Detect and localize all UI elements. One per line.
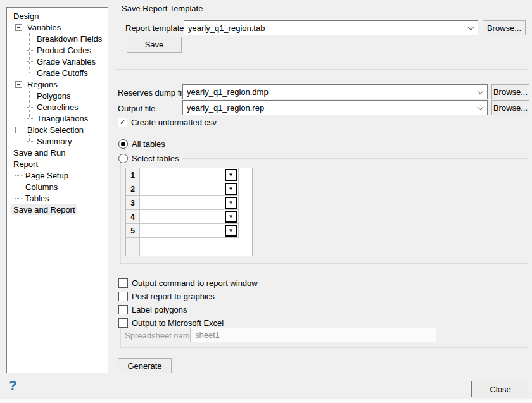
reserves-dump-file-combobox[interactable] [182,84,488,99]
row-header-filler [126,238,140,256]
radio-label: All tables [132,139,165,149]
post-report-graphics-checkbox[interactable]: Post report to graphics [118,292,215,301]
tree-item-save-and-report[interactable]: Save and Report [7,204,108,215]
tree-item-label: Design [11,11,41,22]
tree-connector-line [18,27,18,130]
tree-item-label: Breakdown Fields [35,34,104,44]
checkbox-unchecked-icon[interactable] [118,318,128,328]
tree-item-label: Polygons [35,90,72,101]
table-cell[interactable]: ▼ [140,168,239,182]
reserves-dump-file-input[interactable] [183,87,473,97]
browse-template-button[interactable]: Browse... [483,20,526,35]
dropdown-icon[interactable]: ▼ [225,211,237,223]
close-button[interactable]: Close [471,381,529,397]
table-cell[interactable]: ▼ [140,196,239,210]
tree-item-label: Grade Variables [35,56,98,67]
chevron-down-icon[interactable] [473,85,487,99]
report-template-file-input[interactable] [184,23,464,33]
checkbox-checked-icon[interactable]: ✓ [118,118,127,127]
table-row: 2 ▼ [126,182,252,196]
generate-button[interactable]: Generate [118,358,172,373]
collapse-icon[interactable] [15,24,22,31]
checkbox-unchecked-icon[interactable] [118,292,128,301]
group-title: Save Report Template [119,4,205,13]
tree-connector [15,198,22,199]
dropdown-icon[interactable]: ▼ [225,169,237,181]
tree-item-label: Grade Cutoffs [35,68,90,78]
output-excel-checkbox[interactable]: Output to Microsoft Excel [118,318,227,328]
tree-connector [27,73,33,73]
tree-item-label: Summary [35,136,74,147]
tree-item-triangulations[interactable]: Triangulations [7,113,108,124]
tree-connector-line [29,33,30,73]
tree-item-polygons[interactable]: Polygons [7,90,108,101]
tree-connector-line [18,170,18,198]
collapse-icon[interactable] [15,127,22,133]
tree-item-page-setup[interactable]: Page Setup [7,170,108,181]
tree-item-report[interactable]: Report [7,158,108,170]
checkbox-unchecked-icon[interactable] [118,305,128,314]
tree-connector [27,50,33,51]
select-tables-radio[interactable]: Select tables [118,154,182,163]
row-header: 4 [126,210,140,224]
table-row: 4 ▼ [126,210,252,224]
table-cell[interactable]: ▼ [140,210,239,224]
dropdown-icon[interactable]: ▼ [225,183,237,195]
tree-item-summary[interactable]: Summary [7,135,108,147]
tree-item-regions[interactable]: Regions [7,78,108,90]
chevron-down-icon[interactable] [464,21,478,35]
checkbox-unchecked-icon[interactable] [118,278,128,288]
report-template-file-combobox[interactable] [184,20,478,35]
tree-item-product-codes[interactable]: Product Codes [7,44,108,56]
output-file-combobox[interactable] [182,100,488,115]
save-button[interactable]: Save [127,37,182,53]
tree-connector [27,96,33,96]
tree-connector [15,175,22,176]
spreadsheet-name-input [191,330,436,340]
help-icon[interactable]: ? [9,378,16,393]
tree-item-label: Save and Report [11,204,77,215]
tree-connector [27,118,33,119]
tree-item-breakdown-fields[interactable]: Breakdown Fields [7,33,108,44]
browse-dump-button[interactable]: Browse... [491,84,529,99]
table-row: 5 ▼ [126,224,252,238]
tree-item-label: Product Codes [35,45,93,56]
checkbox-label: Post report to graphics [132,292,215,301]
all-tables-radio[interactable]: All tables [118,139,165,149]
table-cell[interactable]: ▼ [140,224,239,238]
dropdown-icon[interactable]: ▼ [225,197,237,209]
grid-footer [126,238,252,256]
tree-item-block-selection[interactable]: Block Selection [7,124,108,135]
tree-item-grade-cutoffs[interactable]: Grade Cutoffs [7,67,108,78]
tree-item-design[interactable]: Design [7,10,108,22]
chevron-down-icon[interactable] [473,101,487,115]
tree-connector [27,107,33,108]
tree-item-centrelines[interactable]: Centrelines [7,101,108,113]
tree-connector-line [29,135,30,141]
create-unformatted-csv-checkbox[interactable]: ✓ Create unformatted csv [118,118,217,127]
output-command-checkbox[interactable]: Output command to report window [118,278,258,288]
tree-item-label: Save and Run [11,147,67,158]
label-polygons-checkbox[interactable]: Label polygons [118,305,187,314]
tree-item-label: Variables [25,22,63,33]
dropdown-icon[interactable]: ▼ [225,225,237,237]
tree-connector-line [29,90,30,118]
radio-unselected-icon[interactable] [118,154,128,163]
spreadsheet-name-label: Spreadsheet name [125,331,194,340]
browse-output-button[interactable]: Browse... [491,100,529,115]
tree-item-label: Report [11,159,40,170]
radio-selected-icon[interactable] [118,139,128,149]
table-row: 1 ▼ [126,168,252,182]
row-header: 1 [126,168,140,182]
tree-item-variables[interactable]: Variables [7,22,108,33]
row-header: 3 [126,196,140,210]
navigation-tree: Design Variables Breakdown Fields Produc… [6,7,108,373]
collapse-icon[interactable] [15,81,22,88]
tree-item-grade-variables[interactable]: Grade Variables [7,56,108,67]
output-file-input[interactable] [183,103,473,113]
tree-item-save-and-run[interactable]: Save and Run [7,147,108,158]
tree-item-tables[interactable]: Tables [7,192,108,204]
output-file-label: Output file [118,104,155,113]
table-cell[interactable]: ▼ [140,182,239,196]
tree-item-columns[interactable]: Columns [7,181,108,192]
